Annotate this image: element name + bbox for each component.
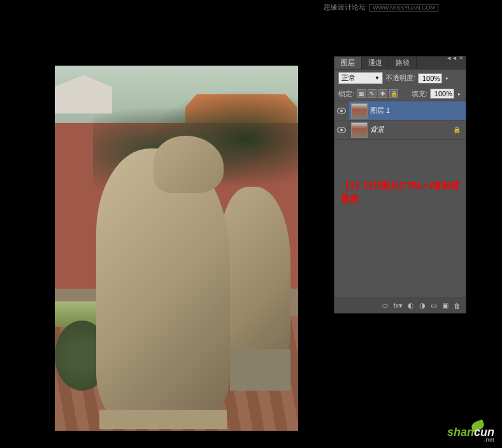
- layer-name[interactable]: 背景: [370, 125, 453, 134]
- canvas-image[interactable]: [55, 66, 298, 431]
- link-layers-icon[interactable]: ⬭: [382, 301, 388, 310]
- top-watermark: 思缘设计论坛 WWW.MISSYUAN.COM: [324, 3, 438, 12]
- layer-style-icon[interactable]: fx▾: [393, 301, 403, 310]
- opacity-label: 不透明度:: [385, 73, 415, 83]
- layer-row[interactable]: 图层 1: [334, 101, 466, 120]
- lock-transparency-icon[interactable]: ▦: [357, 89, 366, 98]
- tab-paths[interactable]: 路径: [389, 57, 417, 69]
- lock-position-icon[interactable]: ✥: [378, 89, 387, 98]
- blend-mode-select[interactable]: 正常 ▼: [338, 72, 383, 84]
- watermark-url: WWW.MISSYUAN.COM: [369, 4, 438, 11]
- chevron-down-icon: ▼: [375, 75, 380, 81]
- fill-input[interactable]: 100%: [430, 89, 454, 99]
- layer-visibility-toggle[interactable]: [334, 120, 348, 139]
- new-layer-icon[interactable]: ▣: [442, 301, 448, 310]
- image-pedestal-front: [99, 410, 227, 429]
- layer-row[interactable]: 背景 🔒: [334, 120, 466, 140]
- tab-channels[interactable]: 通道: [362, 57, 389, 69]
- lock-pixels-icon[interactable]: ✎: [368, 89, 376, 98]
- image-statue-back: [220, 187, 290, 372]
- fill-label: 填充:: [412, 89, 427, 99]
- image-pedestal-back: [230, 349, 290, 391]
- watermark-text: 思缘设计论坛: [324, 3, 366, 12]
- fill-arrow-icon[interactable]: ▸: [457, 91, 462, 97]
- opacity-arrow-icon[interactable]: ▸: [445, 75, 450, 81]
- lock-fill-row: 锁定: ▦ ✎ ✥ 🔒 填充: 100% ▸: [334, 87, 466, 101]
- tutorial-annotation: 【1】打开图片CTRL+J复制背景层: [341, 179, 462, 206]
- lock-label: 锁定:: [338, 89, 354, 99]
- bottom-watermark: shancun .net: [447, 426, 494, 443]
- panel-footer: ⬭ fx▾ ◐ ◑ ▭ ▣ 🗑: [334, 298, 466, 313]
- layer-mask-icon[interactable]: ◐: [408, 301, 414, 310]
- layer-group-icon[interactable]: ▭: [431, 301, 437, 310]
- blend-opacity-row: 正常 ▼ 不透明度: 100% ▸: [334, 69, 466, 87]
- delete-layer-icon[interactable]: 🗑: [454, 302, 461, 310]
- opacity-input[interactable]: 100%: [418, 73, 442, 83]
- blend-mode-value: 正常: [341, 73, 355, 83]
- panel-collapse-icon[interactable]: ◄◄: [446, 55, 457, 61]
- layer-thumbnail[interactable]: [351, 103, 368, 119]
- lock-all-icon[interactable]: 🔒: [389, 89, 398, 98]
- layer-name[interactable]: 图层 1: [370, 106, 466, 115]
- image-statue-front: [96, 148, 230, 429]
- layer-thumbnail[interactable]: [351, 122, 368, 138]
- layer-visibility-toggle[interactable]: [334, 101, 348, 120]
- tab-layers[interactable]: 图层: [334, 57, 362, 69]
- lock-icon: 🔒: [453, 126, 466, 133]
- eye-icon: [337, 127, 346, 133]
- watermark-brand-green: shan: [447, 426, 474, 438]
- adjustment-layer-icon[interactable]: ◑: [419, 301, 426, 310]
- panel-close-icon[interactable]: ✕: [459, 55, 464, 61]
- eye-icon: [337, 108, 346, 114]
